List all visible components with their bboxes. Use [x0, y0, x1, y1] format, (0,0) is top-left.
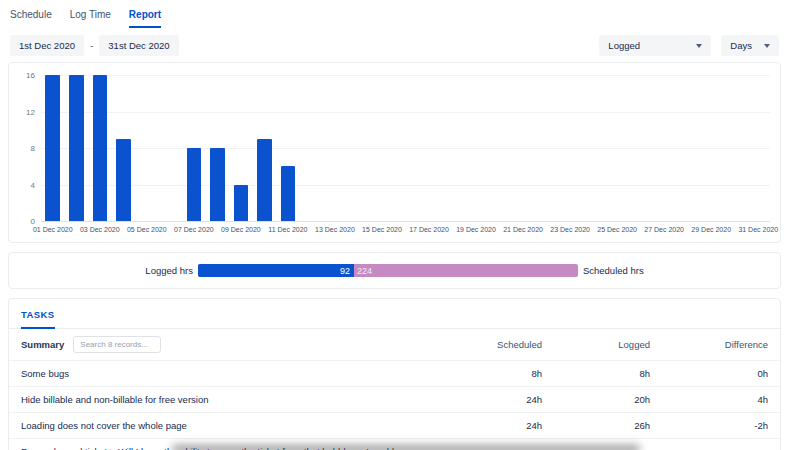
chevron-down-icon [764, 44, 770, 48]
logged-hrs-label: Logged hrs [145, 265, 193, 276]
x-tick-label: 09 Dec 2020 [221, 226, 261, 233]
logged-progress-segment: 92 [198, 264, 354, 277]
bar-chart: 0481216 [41, 75, 770, 221]
bar-slot [253, 75, 277, 221]
bar-slot [276, 75, 300, 221]
bar-slot [511, 75, 535, 221]
bar-slot [159, 75, 183, 221]
logged-vs-scheduled-card: Logged hrs 92 224 Scheduled hrs [8, 252, 781, 289]
bar-slot [65, 75, 89, 221]
table-row[interactable]: Loading does not cover the whole page 24… [9, 412, 780, 438]
chevron-down-icon [696, 44, 702, 48]
bar-slot [535, 75, 559, 221]
search-input[interactable] [73, 336, 161, 353]
tasks-table-header: Summary Scheduled Logged Difference [9, 329, 780, 360]
bar[interactable] [234, 185, 249, 222]
toolbar: 1st Dec 2020 - 31st Dec 2020 Logged Days [0, 28, 789, 62]
bar-slot [699, 75, 723, 221]
x-tick-label: 21 Dec 2020 [503, 226, 543, 233]
tasks-title-row: TASKS [9, 309, 780, 329]
bar-slot [558, 75, 582, 221]
bar[interactable] [257, 139, 272, 221]
x-tick-label: 17 Dec 2020 [409, 226, 449, 233]
table-row[interactable]: Some bugs 8h 8h 0h [9, 360, 780, 386]
date-range: 1st Dec 2020 - 31st Dec 2020 [10, 35, 179, 56]
bar-slot [605, 75, 629, 221]
task-logged: 20h [542, 394, 650, 405]
x-tick-label: 11 Dec 2020 [268, 226, 307, 233]
x-tick-label: 27 Dec 2020 [644, 226, 684, 233]
tab-log-time[interactable]: Log Time [70, 9, 111, 28]
bar-series [41, 75, 770, 221]
x-axis: 01 Dec 202003 Dec 202005 Dec 202007 Dec … [41, 225, 770, 238]
date-range-separator: - [90, 40, 93, 51]
metric-select[interactable]: Logged [599, 35, 711, 56]
bar-slot [206, 75, 230, 221]
bar-slot [441, 75, 465, 221]
bar-slot [112, 75, 136, 221]
bar-slot [229, 75, 253, 221]
task-logged: 26h [542, 420, 650, 431]
scheduled-hours-value: 224 [357, 266, 372, 276]
bar[interactable] [281, 166, 296, 221]
column-header-difference[interactable]: Difference [650, 339, 768, 350]
tab-schedule[interactable]: Schedule [10, 9, 52, 28]
task-scheduled: 8h [434, 368, 542, 379]
bar[interactable] [187, 148, 202, 221]
x-tick-label: 05 Dec 2020 [127, 226, 167, 233]
tab-report[interactable]: Report [129, 9, 161, 28]
metric-select-value: Logged [608, 40, 640, 51]
x-tick-label: 13 Dec 2020 [315, 226, 355, 233]
bar-slot [135, 75, 159, 221]
bar[interactable] [210, 148, 225, 221]
bar-slot [394, 75, 418, 221]
x-tick-label: 29 Dec 2020 [691, 226, 731, 233]
task-scheduled: 24h [434, 394, 542, 405]
column-header-scheduled[interactable]: Scheduled [434, 339, 542, 350]
table-row[interactable]: Hide billable and non-billable for free … [9, 386, 780, 412]
x-tick-label: 07 Dec 2020 [174, 226, 214, 233]
x-tick-label: 03 Dec 2020 [80, 226, 120, 233]
bar-slot [347, 75, 371, 221]
tasks-card: TASKS Summary Scheduled Logged Differenc… [8, 298, 781, 450]
bar-slot [370, 75, 394, 221]
x-tick-label: 19 Dec 2020 [456, 226, 496, 233]
bar-slot [723, 75, 747, 221]
bar-slot [41, 75, 65, 221]
column-header-summary[interactable]: Summary [21, 339, 64, 350]
bar-slot [88, 75, 112, 221]
start-date-button[interactable]: 1st Dec 2020 [10, 35, 84, 56]
top-tab-bar: Schedule Log Time Report [0, 0, 789, 28]
bar-slot [464, 75, 488, 221]
bar-slot [417, 75, 441, 221]
horizontal-scrollbar[interactable] [172, 445, 640, 450]
task-difference: -2h [650, 420, 768, 431]
bar-slot [182, 75, 206, 221]
y-tick-label: 0 [19, 217, 35, 226]
task-summary: Loading does not cover the whole page [21, 420, 434, 431]
bar[interactable] [93, 75, 108, 221]
x-tick-label: 25 Dec 2020 [597, 226, 637, 233]
y-tick-label: 4 [19, 180, 35, 189]
gridline [41, 221, 770, 222]
x-tick-label: 31 Dec 2020 [738, 226, 778, 233]
bar[interactable] [116, 139, 131, 221]
bar-slot [323, 75, 347, 221]
logged-vs-scheduled-bar: 92 224 [198, 264, 578, 277]
scheduled-hrs-label: Scheduled hrs [583, 265, 644, 276]
interval-select[interactable]: Days [721, 35, 779, 56]
bar-slot [652, 75, 676, 221]
column-header-logged[interactable]: Logged [542, 339, 650, 350]
logged-hours-value: 92 [340, 266, 350, 276]
interval-select-value: Days [730, 40, 752, 51]
bar-slot [676, 75, 700, 221]
bar[interactable] [69, 75, 84, 221]
logged-hours-chart-card: 0481216 01 Dec 202003 Dec 202005 Dec 202… [8, 62, 781, 243]
y-tick-label: 16 [19, 71, 35, 80]
end-date-button[interactable]: 31st Dec 2020 [99, 35, 178, 56]
task-logged: 8h [542, 368, 650, 379]
bar-slot [582, 75, 606, 221]
bar[interactable] [45, 75, 60, 221]
tasks-tab[interactable]: TASKS [21, 309, 55, 329]
scheduled-progress-segment: 224 [354, 264, 578, 277]
